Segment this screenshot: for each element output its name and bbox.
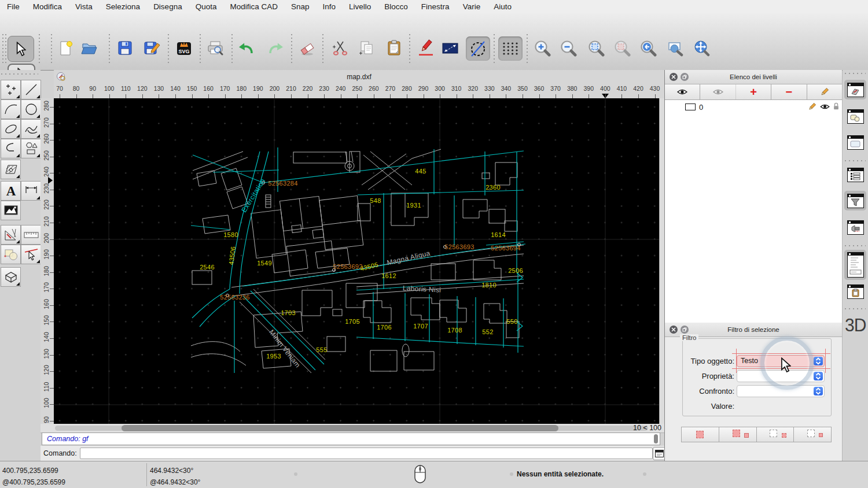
menu-disegna[interactable]: Disegna <box>153 2 182 11</box>
layer-visibility-eye-icon[interactable] <box>820 103 830 110</box>
edit-entity-button[interactable] <box>416 38 436 58</box>
layer-color-swatch[interactable] <box>685 103 696 110</box>
stepper-icon[interactable] <box>814 357 823 365</box>
polygon-tool[interactable] <box>21 139 41 158</box>
menu-modifica[interactable]: Modifica <box>33 2 62 11</box>
hscroll-thumb[interactable] <box>122 425 558 431</box>
hatch-tool[interactable] <box>1 160 21 179</box>
drawing-canvas[interactable]: 4455481931236016141580254615494350643505… <box>54 98 659 424</box>
horizontal-scrollbar[interactable]: 10 < 100 <box>41 424 664 433</box>
zoom-out-button[interactable] <box>558 38 578 58</box>
palette-toggle-layers[interactable] <box>844 80 866 99</box>
vertical-scrollbar[interactable] <box>659 98 664 424</box>
arc-tool[interactable] <box>1 99 21 119</box>
palette-toggle-inspector[interactable] <box>844 217 866 237</box>
menu-vista[interactable]: Vista <box>75 2 93 11</box>
edit-layer-button[interactable] <box>807 84 842 99</box>
points-tool[interactable] <box>1 80 21 99</box>
palette-toggle-clipboard[interactable] <box>844 282 866 301</box>
palette-toggle-list[interactable] <box>844 165 866 184</box>
menu-aiuto[interactable]: Aiuto <box>494 2 512 11</box>
drafting-tools[interactable] <box>1 225 21 245</box>
hide-all-layers-button[interactable] <box>700 84 735 99</box>
zoom-previous-button[interactable] <box>638 38 658 58</box>
dimension-style-button[interactable] <box>440 38 460 58</box>
copy-button[interactable] <box>357 38 377 58</box>
select-replace-button[interactable] <box>682 427 719 442</box>
stepper-icon[interactable] <box>814 372 823 380</box>
circle-tool[interactable] <box>21 99 41 119</box>
ellipse-tool[interactable] <box>1 119 21 139</box>
circle-line-mode-button[interactable] <box>466 36 490 61</box>
select-tool-button[interactable] <box>8 36 34 62</box>
undo-button[interactable] <box>236 38 256 58</box>
toolbar-separator <box>494 34 495 63</box>
image-tool[interactable] <box>1 201 21 220</box>
zoom-in-icon <box>534 39 551 57</box>
zoom-extents-button[interactable] <box>586 38 606 58</box>
map-label-2546: 2546 <box>200 264 215 271</box>
print-preview-button[interactable] <box>205 38 225 58</box>
show-all-layers-button[interactable] <box>665 84 700 99</box>
polyline-tool[interactable] <box>1 139 21 158</box>
select-add-button[interactable] <box>719 427 757 442</box>
trim-tool[interactable] <box>21 245 41 264</box>
stepper-icon[interactable] <box>814 387 823 395</box>
dimension-tool[interactable] <box>21 181 41 201</box>
menu-blocco[interactable]: Blocco <box>384 2 408 11</box>
palette-toggle-properties[interactable] <box>844 132 866 152</box>
3d-box-tool[interactable] <box>1 267 21 287</box>
layers-panel-titlebar: Elenco dei livelli <box>665 70 842 84</box>
select-subtract-button[interactable] <box>757 427 795 442</box>
measure-tool[interactable] <box>21 225 41 245</box>
remove-layer-button[interactable]: − <box>771 84 807 99</box>
layer-edit-pencil-icon[interactable] <box>808 102 816 111</box>
detach-panel-icon[interactable] <box>681 326 689 334</box>
main-toolbar: SVG <box>0 13 868 71</box>
3d-mode-label[interactable]: 3D <box>845 315 866 335</box>
command-input[interactable] <box>80 448 653 459</box>
menu-finestra[interactable]: Finestra <box>421 2 450 11</box>
paste-button[interactable] <box>384 38 404 58</box>
toolbar-separator <box>200 34 201 63</box>
coordinates-relative: @400.795,235.6599 <box>2 478 65 486</box>
menu-seleziona[interactable]: Seleziona <box>106 2 140 11</box>
zoom-in-button[interactable] <box>532 38 552 58</box>
redo-button[interactable] <box>266 38 286 58</box>
history-scroll-thumb[interactable] <box>654 434 658 443</box>
line-tool[interactable] <box>21 80 41 99</box>
palette-toggle-geometry[interactable] <box>844 106 866 126</box>
menu-info[interactable]: Info <box>323 2 336 11</box>
open-file-button[interactable] <box>79 38 99 58</box>
status-bar: 400.795,235.6599 @400.795,235.6599 464.9… <box>0 461 868 488</box>
pan-button[interactable] <box>692 38 711 58</box>
menu-snap[interactable]: Snap <box>291 2 310 11</box>
menu-file[interactable]: File <box>7 2 20 11</box>
eraser-button[interactable] <box>297 38 317 58</box>
zoom-selection-button[interactable] <box>612 38 632 58</box>
add-layer-button[interactable]: + <box>736 84 771 99</box>
vruler-num: 240 <box>43 164 50 180</box>
close-icon[interactable] <box>670 73 678 81</box>
palette-toggle-filter[interactable] <box>844 191 866 210</box>
close-icon[interactable] <box>670 326 678 334</box>
save-as-button[interactable] <box>142 38 161 58</box>
text-tool[interactable]: A <box>1 181 21 201</box>
cut-button[interactable] <box>330 38 350 58</box>
menu-livello[interactable]: Livello <box>349 2 371 11</box>
menu-modifica-cad[interactable]: Modifica CAD <box>230 2 278 11</box>
select-intersect-button[interactable] <box>794 427 831 442</box>
palette-toggle-command[interactable] <box>844 250 866 280</box>
menu-varie[interactable]: Varie <box>463 2 481 11</box>
layer-row[interactable]: 0 <box>665 100 842 114</box>
new-file-button[interactable] <box>56 38 75 58</box>
zoom-window-button[interactable] <box>665 38 685 58</box>
menu-quota[interactable]: Quota <box>196 2 217 11</box>
grid-toggle-button[interactable] <box>498 36 523 61</box>
layer-lock-icon[interactable] <box>833 102 840 110</box>
save-button[interactable] <box>115 38 135 58</box>
spline-tool[interactable] <box>21 119 41 139</box>
svg-export-button[interactable]: SVG <box>174 38 194 58</box>
boolean-tool[interactable] <box>1 245 21 264</box>
detach-panel-icon[interactable] <box>681 73 689 81</box>
